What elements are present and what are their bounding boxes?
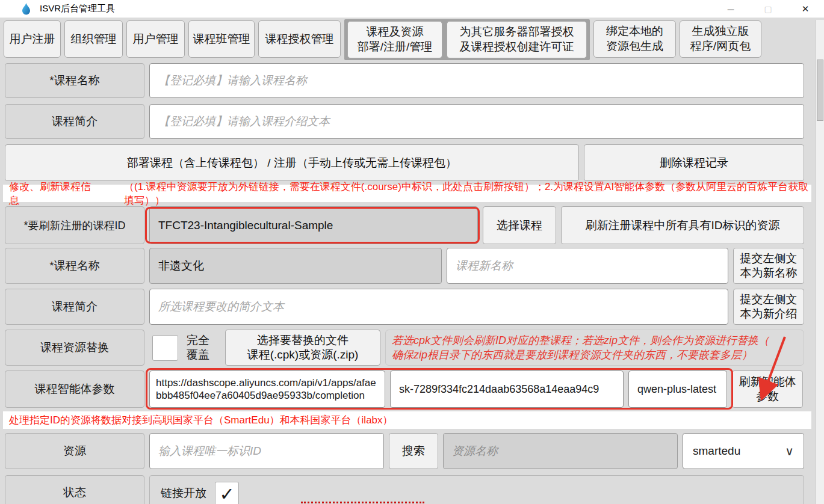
- deploy-register-button[interactable]: 部署课程（含上传课程包） / 注册（手动上传或无需上传课程包）: [5, 144, 579, 181]
- active-tab-group: 课程及资源部署/注册/管理 为其它服务器部署授权及课程授权创建许可证: [344, 19, 590, 60]
- new-course-intro-input[interactable]: [149, 289, 728, 325]
- row-course-id: *要刷新注册的课程ID TFCT23-Intangiblecultural-Sa…: [5, 206, 804, 244]
- refresh-name-label: *课程名称: [5, 248, 144, 284]
- search-button[interactable]: 搜索: [389, 433, 438, 469]
- cutoff-red-dotted-line: [301, 502, 424, 503]
- course-intro-label: 课程简介: [5, 104, 144, 139]
- resource-replace-label: 课程资源替换: [5, 330, 144, 366]
- row-resource-replace: 课程资源替换 完全覆盖 选择要替换的文件 课程(.cpk)或资源(.zip) 若…: [5, 330, 804, 366]
- refresh-note-detail: （(1.课程中资源要开放为外链链接，需要在课程文件(.course)中标识，此处…: [124, 180, 811, 207]
- refresh-info-note: 修改、刷新课程信息 （(1.课程中资源要开放为外链链接，需要在课程文件(.cou…: [3, 185, 811, 202]
- scrollbar-thumb[interactable]: [817, 60, 823, 121]
- window-title: ISVR后台管理工具: [40, 3, 115, 14]
- new-course-name-input[interactable]: [447, 248, 728, 284]
- platform-note: 处理指定ID的资源将数据对接到高职国家平台（SmartEdu）和本科国家平台（i…: [3, 411, 811, 429]
- row-resource-search: 资源 搜索 smartedu ∨: [5, 433, 804, 469]
- row-status: 状态 链接开放 ✓: [5, 475, 804, 504]
- tab-class-management[interactable]: 课程班管理: [188, 20, 255, 58]
- refresh-resources-button[interactable]: 刷新注册课程中所有具有ID标识的资源: [561, 206, 804, 244]
- platform-selected-value: smartedu: [693, 444, 740, 458]
- vertical-scrollbar[interactable]: [816, 20, 824, 504]
- select-course-button[interactable]: 选择课程: [483, 206, 556, 244]
- submit-new-name-button[interactable]: 提交左侧文本为新名称: [733, 248, 804, 284]
- agent-params-label: 课程智能体参数: [5, 370, 144, 408]
- tab-user-management[interactable]: 用户管理: [126, 20, 185, 58]
- choose-replace-file-button[interactable]: 选择要替换的文件 课程(.cpk)或资源(.zip): [225, 330, 380, 366]
- tab-course-deploy-register[interactable]: 课程及资源部署/注册/管理: [347, 21, 442, 58]
- resource-id-input[interactable]: [149, 433, 384, 469]
- link-open-label: 链接开放: [161, 482, 206, 501]
- course-name-label: *课程名称: [5, 63, 144, 98]
- row-deploy-actions: 部署课程（含上传课程包） / 注册（手动上传或无需上传课程包） 删除课程记录: [5, 144, 804, 181]
- row-refresh-name: *课程名称 非遗文化 提交左侧文本为新名称: [5, 248, 804, 284]
- row-course-name: *课程名称: [5, 63, 804, 98]
- course-id-label: *要刷新注册的课程ID: [5, 206, 144, 244]
- tab-org-management[interactable]: 组织管理: [64, 20, 123, 58]
- check-icon: ✓: [219, 484, 234, 504]
- delete-course-button[interactable]: 删除课程记录: [584, 144, 804, 181]
- tab-license-creation[interactable]: 为其它服务器部署授权及课程授权创建许可证: [447, 21, 587, 58]
- course-id-field[interactable]: TFCT23-Intangiblecultural-Sample: [149, 206, 478, 244]
- tab-bar: 用户注册 组织管理 用户管理 课程班管理 课程授权管理 课程及资源部署/注册/管…: [4, 20, 761, 58]
- platform-select[interactable]: smartedu ∨: [683, 433, 804, 469]
- resource-name-input[interactable]: [443, 433, 678, 469]
- row-agent-params: 课程智能体参数 https://dashscope.aliyuncs.com/a…: [5, 370, 804, 408]
- overwrite-checkbox[interactable]: [152, 335, 178, 361]
- tab-user-register[interactable]: 用户注册: [4, 20, 61, 58]
- tab-local-resource-package[interactable]: 绑定本地的资源包生成: [593, 20, 676, 58]
- row-refresh-intro: 课程简介 提交左侧文本为新介绍: [5, 289, 804, 325]
- maximize-icon[interactable]: ▢: [749, 0, 787, 18]
- agent-api-url-field[interactable]: https://dashscope.aliyuncs.com/api/v1/ap…: [149, 370, 385, 408]
- minimize-icon[interactable]: ─: [712, 0, 749, 18]
- replace-note: 若选cpk文件则会刷新ID对应的整课程；若选zip文件，则会作为资源进行替换（ …: [385, 330, 804, 366]
- submit-new-intro-button[interactable]: 提交左侧文本为新介绍: [733, 289, 804, 325]
- agent-api-key-field[interactable]: sk-7289f334fc214daab63568a14eaa94c9: [390, 370, 624, 408]
- app-icon: [22, 3, 31, 15]
- resource-label: 资源: [5, 433, 144, 469]
- row-course-intro: 课程简介: [5, 104, 804, 139]
- tab-course-auth-management[interactable]: 课程授权管理: [258, 20, 341, 58]
- title-bar: ISVR后台管理工具 ─ ▢ ✕: [0, 0, 824, 18]
- refresh-agent-params-button[interactable]: 刷新智能体参数: [732, 370, 803, 408]
- refresh-intro-label: 课程简介: [5, 289, 144, 325]
- course-name-input[interactable]: [149, 63, 804, 98]
- tab-standalone-package[interactable]: 生成独立版程序/网页包: [680, 20, 761, 58]
- current-course-name-field[interactable]: 非遗文化: [149, 248, 442, 284]
- course-intro-input[interactable]: [149, 104, 804, 139]
- link-open-checkbox[interactable]: ✓: [215, 482, 239, 504]
- close-icon[interactable]: ✕: [787, 0, 824, 18]
- chevron-down-icon: ∨: [785, 444, 794, 458]
- overwrite-label: 完全覆盖: [183, 330, 213, 366]
- refresh-note-title: 修改、刷新课程信息: [9, 180, 96, 207]
- status-label: 状态: [5, 475, 144, 504]
- window-controls: ─ ▢ ✕: [712, 0, 824, 18]
- agent-model-field[interactable]: qwen-plus-latest: [628, 370, 727, 408]
